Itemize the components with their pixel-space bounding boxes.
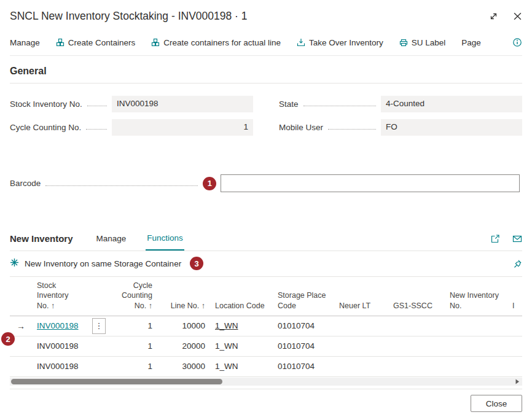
column-header-marker — [10, 277, 32, 316]
table-row: INV000198 1 30000 1_WN 01010704 — [10, 356, 522, 376]
field-label: Stock Inventory No. — [10, 99, 82, 109]
table-row: → INV000198 ⋮ 1 10000 1_WN 01010704 — [10, 316, 522, 336]
dialog-window: SNCL New Inventory Stocktaking - INV0001… — [0, 0, 532, 420]
cell-storage-place-code: 01010704 — [273, 336, 334, 356]
cell-line-no: 20000 — [157, 336, 210, 356]
cell-location-code: 1_WN — [210, 336, 273, 356]
general-section-title: General — [10, 66, 522, 84]
dotted-leader — [86, 125, 107, 130]
close-button[interactable]: Close — [471, 395, 522, 412]
cell-clipped — [507, 336, 522, 356]
column-header-cycle-counting-no[interactable]: Cycle Counting No. ↑ — [111, 277, 157, 316]
scrollbar-thumb[interactable] — [11, 379, 222, 384]
cell-storage-place-code: 01010704 — [273, 356, 334, 376]
share-icon[interactable] — [490, 234, 500, 244]
toolbar-create-containers-label: Create Containers — [68, 38, 136, 47]
cell-gs1-sscc — [388, 316, 445, 336]
dotted-leader — [303, 101, 376, 107]
action-toolbar: Manage Create Containers Create containe… — [10, 37, 522, 56]
cell-new-inventory-no — [445, 316, 507, 336]
tab-functions[interactable]: Functions — [146, 227, 184, 251]
dotted-leader — [87, 101, 107, 107]
cell-neuer-lt — [334, 336, 388, 356]
location-code-link[interactable]: 1_WN — [215, 321, 238, 330]
cell-storage-place-code: 01010704 — [273, 316, 334, 336]
barcode-input[interactable] — [221, 174, 520, 192]
info-icon[interactable] — [512, 37, 522, 47]
toolbar-create-containers-actual-line[interactable]: Create containers for actual line — [151, 38, 281, 47]
cell-neuer-lt — [334, 316, 388, 336]
toolbar-create-containers[interactable]: Create Containers — [56, 38, 136, 47]
dotted-leader — [45, 181, 198, 186]
cell-stock-inventory-no[interactable]: INV000198 — [32, 336, 111, 356]
field-label: Cycle Counting No. — [10, 123, 81, 132]
toolbar-su-label-label: SU Label — [412, 38, 446, 47]
email-icon[interactable] — [512, 234, 522, 244]
lines-section-title: New Inventory — [10, 233, 73, 244]
field-value-cycle-counting-no[interactable]: 1 — [112, 119, 253, 136]
field-label: State — [279, 99, 299, 109]
table-row: INV000198 1 20000 1_WN 01010704 — [10, 336, 522, 356]
title-bar: SNCL New Inventory Stocktaking - INV0001… — [10, 0, 522, 23]
horizontal-scrollbar[interactable] — [10, 378, 522, 386]
scroll-right-icon[interactable] — [514, 378, 521, 385]
field-cycle-counting-no: Cycle Counting No. 1 — [10, 115, 253, 139]
field-value-state[interactable]: 4-Counted — [381, 96, 522, 112]
barcode-field-row: Barcode 1 — [10, 174, 522, 192]
column-header-location-code[interactable]: Location Code — [210, 277, 273, 316]
column-header-storage-place-code[interactable]: Storage Place Code — [273, 277, 334, 316]
row-marker — [10, 356, 32, 376]
cell-cycle-counting-no: 1 — [111, 336, 157, 356]
toolbar-page[interactable]: Page — [461, 38, 481, 47]
general-fields: Stock Inventory No. INV000198 State 4-Co… — [10, 92, 522, 139]
stock-inventory-link[interactable]: INV000198 — [37, 321, 79, 330]
containers-icon — [151, 38, 160, 47]
pin-icon[interactable] — [513, 259, 522, 268]
column-header-line-no[interactable]: Line No. ↑ — [157, 277, 210, 316]
barcode-label: Barcode — [10, 179, 41, 188]
column-header-new-inventory-no[interactable]: New Inventory No. — [445, 277, 507, 316]
toolbar-su-label[interactable]: SU Label — [399, 38, 446, 47]
annotation-badge-2: 2 — [1, 332, 15, 346]
cell-clipped — [507, 316, 522, 336]
cell-neuer-lt — [334, 356, 388, 376]
lines-action-row: New Inventory on same Storage Container … — [10, 251, 522, 277]
column-header-stock-inventory-no[interactable]: Stock Inventory No. ↑ — [32, 277, 111, 316]
expand-icon[interactable] — [489, 12, 498, 21]
row-actions-button[interactable]: ⋮ — [92, 318, 106, 334]
toolbar-take-over-inventory-label: Take Over Inventory — [309, 38, 383, 47]
cell-stock-inventory-no: INV000198 ⋮ — [32, 316, 111, 336]
field-stock-inventory-no: Stock Inventory No. INV000198 — [10, 92, 253, 115]
dialog-footer: Close — [471, 395, 522, 412]
column-header-clipped[interactable]: I — [507, 277, 522, 316]
close-icon[interactable] — [513, 12, 522, 21]
cell-line-no: 30000 — [157, 356, 210, 376]
toolbar-take-over-inventory[interactable]: Take Over Inventory — [297, 38, 383, 47]
field-value-stock-inventory-no[interactable]: INV000198 — [112, 96, 253, 112]
containers-icon — [56, 38, 65, 47]
new-inventory-same-container-action[interactable]: New Inventory on same Storage Container — [25, 259, 181, 268]
toolbar-create-containers-actual-line-label: Create containers for actual line — [163, 38, 281, 47]
cell-location-code: 1_WN — [210, 316, 273, 336]
cell-location-code: 1_WN — [210, 356, 273, 376]
toolbar-manage[interactable]: Manage — [10, 38, 40, 47]
column-header-gs1-sscc[interactable]: GS1-SSCC — [388, 277, 445, 316]
take-over-icon — [297, 38, 305, 47]
footer-divider — [10, 389, 522, 389]
lines-table: Stock Inventory No. ↑ Cycle Counting No.… — [10, 277, 522, 377]
cell-line-no: 10000 — [157, 316, 210, 336]
printer-icon — [399, 38, 408, 47]
field-value-mobile-user[interactable]: FO — [381, 119, 522, 136]
field-mobile-user: Mobile User FO — [279, 115, 522, 139]
column-header-neuer-lt[interactable]: Neuer LT — [334, 277, 388, 316]
tab-manage[interactable]: Manage — [95, 227, 128, 251]
dotted-leader — [328, 125, 376, 130]
annotation-badge-3: 3 — [190, 257, 203, 270]
toolbar-manage-label: Manage — [10, 38, 40, 47]
cell-cycle-counting-no: 1 — [111, 316, 157, 336]
field-label: Mobile User — [279, 123, 323, 132]
cell-stock-inventory-no[interactable]: INV000198 — [32, 356, 111, 376]
toolbar-page-label: Page — [461, 38, 481, 47]
new-inventory-action-icon — [10, 258, 19, 269]
cell-gs1-sscc — [388, 336, 445, 356]
